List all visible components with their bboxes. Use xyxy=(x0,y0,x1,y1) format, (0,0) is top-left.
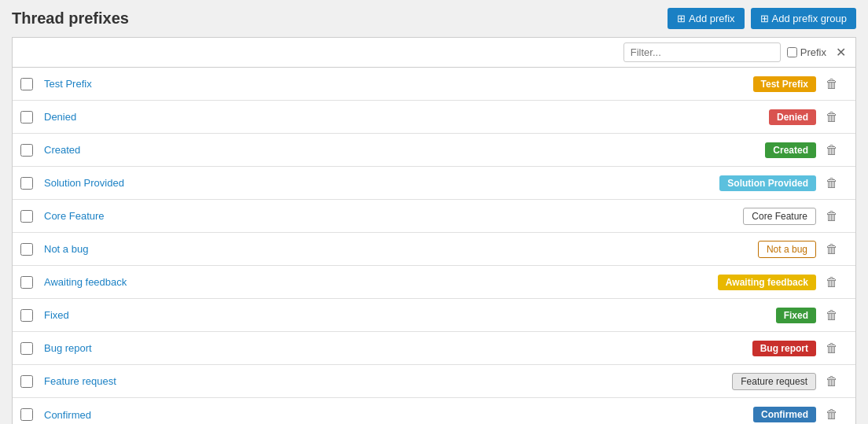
row-delete-area: 🗑 xyxy=(816,338,848,359)
add-prefix-group-button[interactable]: ⊞ Add prefix group xyxy=(751,8,856,29)
delete-button[interactable]: 🗑 xyxy=(822,371,841,392)
filter-input[interactable] xyxy=(623,42,781,62)
plus-icon: ⊞ xyxy=(677,13,686,24)
row-checkbox-area xyxy=(20,78,44,90)
row-select-checkbox[interactable] xyxy=(20,408,33,421)
row-name[interactable]: Solution Provided xyxy=(44,177,659,189)
row-name[interactable]: Fixed xyxy=(44,309,659,321)
row-select-checkbox[interactable] xyxy=(20,342,33,355)
row-badge-area: Not a bug xyxy=(659,241,816,258)
row-delete-area: 🗑 xyxy=(816,140,848,160)
row-name[interactable]: Test Prefix xyxy=(44,78,659,90)
row-badge-area: Denied xyxy=(659,109,816,125)
page-header: Thread prefixes ⊞ Add prefix ⊞ Add prefi… xyxy=(12,8,856,29)
row-badge-area: Bug report xyxy=(659,341,816,356)
row-delete-area: 🗑 xyxy=(816,107,848,127)
row-delete-area: 🗑 xyxy=(816,404,848,424)
add-prefix-label: Add prefix xyxy=(689,13,735,24)
row-name[interactable]: Confirmed xyxy=(44,409,659,421)
row-select-checkbox[interactable] xyxy=(20,78,33,90)
row-badge: Not a bug xyxy=(758,241,816,258)
row-checkbox-area xyxy=(20,111,44,124)
row-name[interactable]: Created xyxy=(44,144,659,156)
delete-button[interactable]: 🗑 xyxy=(822,305,841,326)
row-badge-area: Fixed xyxy=(659,308,816,323)
row-badge-area: Created xyxy=(659,142,816,158)
row-name[interactable]: Feature request xyxy=(44,375,659,387)
row-checkbox-area xyxy=(20,210,44,223)
add-prefix-button[interactable]: ⊞ Add prefix xyxy=(668,8,745,29)
row-badge: Core Feature xyxy=(743,208,816,225)
delete-button[interactable]: 🗑 xyxy=(822,272,841,293)
table-row: Test Prefix Test Prefix 🗑 xyxy=(13,68,855,101)
prefix-label-text: Prefix xyxy=(800,46,826,58)
row-badge: Test Prefix xyxy=(753,76,816,92)
row-select-checkbox[interactable] xyxy=(20,309,33,322)
row-checkbox-area xyxy=(20,408,44,421)
table-row: Created Created 🗑 xyxy=(13,134,855,167)
row-select-checkbox[interactable] xyxy=(20,177,33,190)
table-row: Solution Provided Solution Provided 🗑 xyxy=(13,167,855,200)
row-badge: Awaiting feedback xyxy=(718,275,816,290)
row-badge-area: Feature request xyxy=(659,373,816,390)
delete-button[interactable]: 🗑 xyxy=(822,239,841,260)
row-badge: Confirmed xyxy=(753,407,816,422)
table-row: Awaiting feedback Awaiting feedback 🗑 xyxy=(13,266,855,299)
table-row: Confirmed Confirmed 🗑 xyxy=(13,398,855,424)
row-name[interactable]: Core Feature xyxy=(44,210,659,222)
row-badge: Created xyxy=(765,142,816,158)
row-name[interactable]: Awaiting feedback xyxy=(44,276,659,288)
delete-button[interactable]: 🗑 xyxy=(822,173,841,194)
row-delete-area: 🗑 xyxy=(816,272,848,293)
delete-button[interactable]: 🗑 xyxy=(822,140,841,160)
row-checkbox-area xyxy=(20,309,44,322)
row-name[interactable]: Not a bug xyxy=(44,243,659,255)
row-delete-area: 🗑 xyxy=(816,74,848,94)
row-select-checkbox[interactable] xyxy=(20,276,33,289)
row-badge-area: Solution Provided xyxy=(659,175,816,191)
row-badge-area: Confirmed xyxy=(659,407,816,422)
filter-bar: Prefix ✕ xyxy=(12,37,856,67)
row-select-checkbox[interactable] xyxy=(20,144,33,157)
row-badge: Fixed xyxy=(776,308,816,323)
delete-button[interactable]: 🗑 xyxy=(822,107,841,127)
row-checkbox-area xyxy=(20,342,44,355)
page-container: Thread prefixes ⊞ Add prefix ⊞ Add prefi… xyxy=(0,0,868,424)
row-delete-area: 🗑 xyxy=(816,173,848,194)
filter-close-button[interactable]: ✕ xyxy=(833,45,849,60)
row-name[interactable]: Denied xyxy=(44,111,659,123)
row-delete-area: 🗑 xyxy=(816,371,848,392)
row-checkbox-area xyxy=(20,177,44,190)
row-name[interactable]: Bug report xyxy=(44,342,659,354)
table-row: Denied Denied 🗑 xyxy=(13,101,855,134)
row-select-checkbox[interactable] xyxy=(20,243,33,256)
header-buttons: ⊞ Add prefix ⊞ Add prefix group xyxy=(668,8,856,29)
row-select-checkbox[interactable] xyxy=(20,375,33,388)
row-select-checkbox[interactable] xyxy=(20,210,33,223)
row-delete-area: 🗑 xyxy=(816,305,848,326)
row-badge-area: Awaiting feedback xyxy=(659,275,816,290)
plus-icon-group: ⊞ xyxy=(760,13,769,24)
table-row: Not a bug Not a bug 🗑 xyxy=(13,233,855,266)
table-row: Feature request Feature request 🗑 xyxy=(13,365,855,398)
delete-button[interactable]: 🗑 xyxy=(822,74,841,94)
table-row: Bug report Bug report 🗑 xyxy=(13,332,855,365)
prefixes-table: Test Prefix Test Prefix 🗑 Denied Denied … xyxy=(12,67,856,424)
prefix-filter-label: Prefix xyxy=(787,46,826,58)
row-delete-area: 🗑 xyxy=(816,239,848,260)
delete-button[interactable]: 🗑 xyxy=(822,338,841,359)
row-badge-area: Test Prefix xyxy=(659,76,816,92)
row-checkbox-area xyxy=(20,375,44,388)
table-row: Fixed Fixed 🗑 xyxy=(13,299,855,332)
row-badge: Bug report xyxy=(752,341,816,356)
row-checkbox-area xyxy=(20,243,44,256)
row-badge: Solution Provided xyxy=(719,175,816,191)
delete-button[interactable]: 🗑 xyxy=(822,404,841,424)
row-delete-area: 🗑 xyxy=(816,206,848,227)
row-select-checkbox[interactable] xyxy=(20,111,33,124)
delete-button[interactable]: 🗑 xyxy=(822,206,841,227)
row-badge: Denied xyxy=(769,109,816,125)
page-title: Thread prefixes xyxy=(12,9,129,28)
table-row: Core Feature Core Feature 🗑 xyxy=(13,200,855,233)
prefix-checkbox[interactable] xyxy=(787,47,797,57)
